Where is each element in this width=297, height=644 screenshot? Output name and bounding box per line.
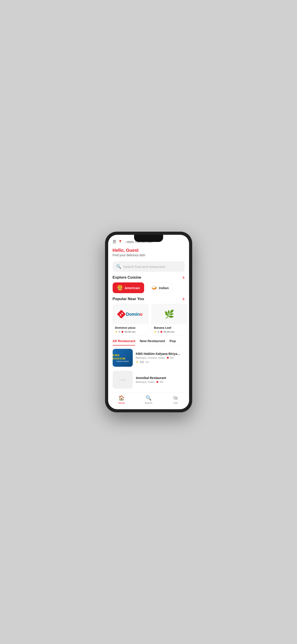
phone-notch: [134, 235, 163, 242]
dominos-star-icon: ★: [115, 330, 118, 334]
kms-time: 90+: [170, 356, 174, 359]
kms-rating-row: ★ 0.0 0.6: [136, 360, 185, 364]
home-label: Home: [118, 402, 125, 404]
cuisine-see-all[interactable]: S: [183, 276, 185, 279]
search-icon: 🔍: [116, 264, 121, 269]
kms-rating: 0.0: [140, 360, 144, 364]
cart-label: Cart: [173, 402, 178, 404]
nav-home[interactable]: 🏠 Home: [108, 395, 135, 404]
location-icon: 📍: [118, 240, 122, 244]
dominos-name: Dominos pizza: [115, 326, 146, 330]
tab-popular[interactable]: Pop: [170, 339, 176, 346]
cuisine-chip-american[interactable]: 🍔 American: [113, 282, 144, 293]
dominos-diamond-icon: [117, 310, 126, 319]
kms-info: KMS Hakkim Kalyana Biriyani Restau Barbe…: [136, 349, 185, 367]
banana-leaf-icon: 🌿: [164, 310, 174, 319]
banana-star-icon: ★: [154, 330, 156, 334]
cuisine-title: Explore Cuisine: [113, 275, 141, 280]
header: Hello, Guest Find your delicious dish: [108, 246, 189, 259]
ammikal-thumb: Image: [113, 371, 133, 389]
banana-dot: [160, 331, 162, 333]
ammikal-info: Ammikal Restaurant Barbeque, Indian, 90+: [136, 371, 185, 389]
home-icon: 🏠: [118, 395, 124, 401]
search-bar[interactable]: 🔍 Search food and restaurants: [113, 262, 185, 272]
ammikal-placeholder: Image: [120, 378, 126, 381]
search-label: Search: [145, 402, 152, 404]
banana-leaf-meta: ★ 0 80-90 min: [154, 330, 185, 334]
popular-title: Popular Near You: [113, 297, 144, 301]
phone-screen: ☰ 📍 ...upppy, Chennai, India Hello, Gues…: [108, 235, 189, 409]
nav-cart[interactable]: 🛍 Cart: [162, 395, 189, 404]
indian-label: Indian: [159, 286, 169, 290]
restaurant-tabs: All Restaurant New Restaurant Pop: [108, 339, 189, 346]
american-icon: 🍔: [117, 285, 123, 291]
popular-section-header: Popular Near You S: [108, 297, 189, 301]
banana-leaf-name: Banana Leaf: [154, 326, 185, 330]
ammikal-time: 90+: [160, 380, 164, 383]
kms-thumb: KMS HAKKIM kalyana biriyani: [113, 349, 133, 367]
greeting-prefix: Hello,: [113, 248, 126, 253]
dominos-text: Domino: [126, 312, 142, 317]
popular-scroll: Domino Dominos pizza ★ 0 90-99 min 🌿: [108, 304, 189, 339]
dominos-logo-img: Domino: [113, 304, 148, 324]
search-placeholder: Search food and restaurants: [123, 265, 166, 268]
ammikal-tag-text: Barbeque, Indian,: [136, 380, 155, 383]
restaurant-list: KMS HAKKIM kalyana biriyani KMS Hakkim K…: [108, 349, 189, 389]
dominos-rating: 0: [119, 330, 120, 333]
kms-logo-text: KMS HAKKIM: [113, 354, 133, 360]
cuisine-section-header: Explore Cuisine S: [108, 275, 189, 280]
kms-star-icon: ★: [136, 360, 138, 364]
popular-card-banana-leaf[interactable]: 🌿 Banana Leaf ★ 0 80-90 min: [152, 304, 187, 336]
banana-time: 80-90 min: [164, 330, 175, 333]
kms-distance: 0.6: [145, 361, 149, 363]
tab-all-restaurant[interactable]: All Restaurant: [113, 339, 135, 346]
restaurant-card-kms[interactable]: KMS HAKKIM kalyana biriyani KMS Hakkim K…: [113, 349, 185, 367]
greeting-name: Guest: [126, 248, 139, 253]
menu-icon[interactable]: ☰: [113, 239, 116, 244]
kms-name: KMS Hakkim Kalyana Biriyani Restau: [136, 352, 181, 356]
dominos-dot: [122, 331, 123, 333]
restaurant-card-ammikal[interactable]: Image Ammikal Restaurant Barbeque, India…: [113, 371, 185, 389]
dominos-meta: ★ 0 90-99 min: [115, 330, 146, 334]
cart-icon: 🛍: [173, 395, 178, 401]
cuisine-scroll: 🍔 American 🍛 Indian: [108, 282, 189, 297]
kms-logo-sub: kalyana biriyani: [116, 360, 129, 362]
banana-leaf-logo-img: 🌿: [152, 304, 187, 324]
search-nav-icon: 🔍: [145, 395, 152, 401]
phone-frame: ☰ 📍 ...upppy, Chennai, India Hello, Gues…: [105, 232, 192, 412]
subtitle: Find your delicious dish: [113, 253, 185, 257]
banana-leaf-card-body: Banana Leaf ★ 0 80-90 min: [152, 324, 187, 335]
banana-rating: 0: [158, 330, 159, 333]
american-label: American: [125, 286, 140, 290]
ammikal-time-dot: [156, 381, 158, 383]
dominos-card-body: Dominos pizza ★ 0 90-99 min: [113, 324, 148, 335]
ammikal-name: Ammikal Restaurant: [136, 376, 181, 380]
nav-search[interactable]: 🔍 Search: [135, 395, 162, 404]
ammikal-tags: Barbeque, Indian, 90+: [136, 380, 185, 383]
greeting: Hello, Guest: [113, 248, 185, 253]
popular-card-dominos[interactable]: Domino Dominos pizza ★ 0 90-99 min: [113, 304, 148, 336]
bottom-nav: 🏠 Home 🔍 Search 🛍 Cart: [108, 393, 189, 406]
dominos-time: 90-99 min: [125, 330, 136, 333]
kms-tag-text: Barbeque, Chinese, Indian,: [136, 356, 166, 359]
kms-tags: Barbeque, Chinese, Indian, 90+: [136, 356, 185, 359]
popular-see-all[interactable]: S: [183, 298, 185, 301]
cuisine-chip-indian[interactable]: 🍛 Indian: [147, 282, 173, 293]
tab-new-restaurant[interactable]: New Restaurant: [140, 339, 165, 346]
indian-icon: 🍛: [151, 285, 157, 291]
kms-logo: KMS HAKKIM kalyana biriyani: [113, 349, 133, 367]
kms-time-dot: [167, 357, 169, 359]
